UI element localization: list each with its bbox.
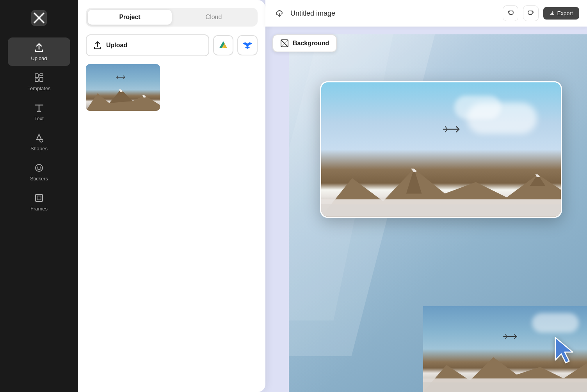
background-icon (280, 39, 289, 48)
top-bar: Untitled image Export (265, 0, 587, 27)
svg-rect-1 (35, 74, 38, 78)
cloud-2 (454, 96, 501, 119)
sky-background (289, 34, 587, 392)
dropbox-icon (243, 41, 252, 50)
sidebar-item-text-label: Text (34, 116, 44, 121)
app-logo (29, 8, 49, 28)
upload-row: Upload (86, 34, 258, 56)
background-button-label: Background (293, 40, 329, 47)
svg-rect-26 (321, 205, 561, 217)
sidebar-item-stickers[interactable]: Stickers (8, 158, 70, 186)
sidebar-item-frames[interactable]: Frames (8, 188, 70, 216)
sidebar-item-upload[interactable]: Upload (8, 37, 70, 66)
canvas-area: Background (265, 27, 587, 392)
svg-rect-30 (423, 382, 587, 392)
main-image-card[interactable] (320, 81, 562, 218)
canvas-background (289, 34, 587, 392)
tab-cloud[interactable]: Cloud (172, 10, 256, 25)
upload-icon (34, 42, 44, 53)
sidebar-item-frames-label: Frames (30, 206, 48, 212)
main-airplane-scene (321, 82, 561, 217)
upload-button-label: Upload (106, 42, 127, 49)
shapes-icon (34, 132, 44, 143)
document-title[interactable]: Untitled image (290, 9, 498, 18)
sidebar-item-stickers-label: Stickers (30, 176, 48, 182)
templates-icon (34, 72, 44, 83)
redo-icon (527, 9, 535, 17)
export-icon (550, 11, 555, 16)
upload-thumbnail[interactable] (86, 64, 160, 111)
thumbnail-mountains (86, 87, 160, 111)
undo-icon (507, 9, 514, 17)
svg-point-8 (40, 167, 41, 168)
svg-marker-27 (555, 337, 573, 363)
text-icon (34, 102, 44, 113)
sidebar-item-shapes-label: Shapes (30, 146, 48, 151)
svg-point-6 (36, 164, 43, 171)
google-drive-icon (219, 41, 228, 50)
svg-point-7 (37, 167, 38, 168)
main-mountains (321, 163, 561, 217)
left-panel: Project Cloud Upload (78, 0, 265, 392)
export-button-label: Export (557, 10, 573, 16)
tab-project[interactable]: Project (88, 10, 172, 25)
tab-bar: Project Cloud (86, 8, 258, 27)
cursor-arrow (552, 336, 583, 369)
sidebar: Upload Templates Text Shapes (0, 0, 78, 392)
sidebar-item-shapes[interactable]: Shapes (8, 128, 70, 156)
svg-rect-9 (36, 194, 43, 201)
thumbnail-airplane (116, 74, 127, 81)
dropbox-button[interactable] (237, 35, 258, 55)
export-button[interactable]: Export (543, 7, 579, 20)
sidebar-item-text[interactable]: Text (8, 98, 70, 126)
svg-rect-2 (40, 74, 43, 76)
sidebar-item-templates-label: Templates (27, 86, 50, 91)
upload-button-icon (93, 41, 102, 50)
thumbnail-image (86, 64, 160, 111)
sidebar-item-upload-label: Upload (31, 55, 47, 61)
stickers-icon (34, 162, 44, 173)
upload-button[interactable]: Upload (86, 34, 209, 56)
main-airplane (441, 123, 465, 135)
svg-rect-10 (37, 196, 41, 200)
frames-icon (34, 192, 44, 203)
undo-button[interactable] (503, 5, 518, 21)
redo-button[interactable] (523, 5, 539, 21)
svg-rect-4 (40, 77, 43, 82)
svg-rect-3 (35, 79, 38, 82)
sidebar-item-templates[interactable]: Templates (8, 68, 70, 96)
secondary-airplane (502, 332, 521, 342)
background-button[interactable]: Background (272, 34, 337, 52)
google-drive-button[interactable] (213, 35, 233, 55)
secondary-cloud (532, 313, 579, 333)
upload-to-cloud-icon (273, 7, 286, 20)
